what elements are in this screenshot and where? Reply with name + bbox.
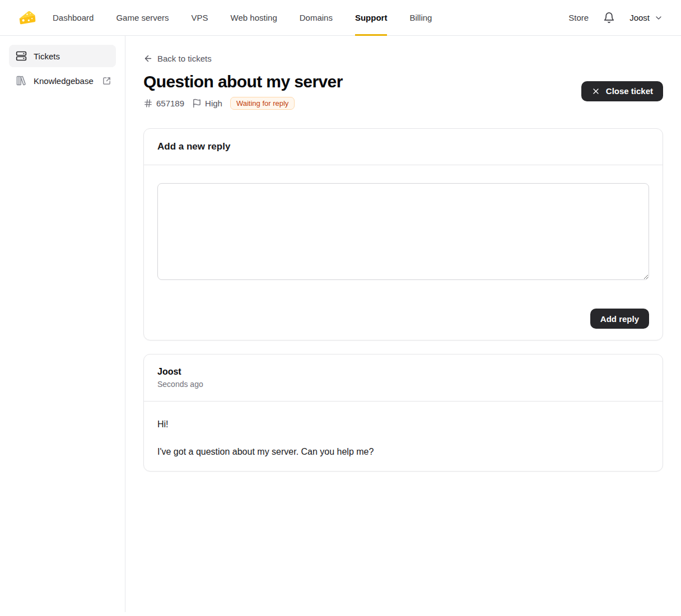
message-timestamp: Seconds ago xyxy=(157,380,649,389)
main-nav: Dashboard Game servers VPS Web hosting D… xyxy=(53,0,432,35)
status-badge: Waiting for reply xyxy=(230,97,295,110)
nav-item-game-servers[interactable]: Game servers xyxy=(116,0,169,35)
message-body: Hi! I've got a question about my server.… xyxy=(144,402,663,471)
external-link-icon xyxy=(102,77,111,85)
close-ticket-button[interactable]: Close ticket xyxy=(581,81,663,101)
message-header: Joost Seconds ago xyxy=(144,354,663,402)
add-reply-card: Add a new reply Add reply xyxy=(143,128,663,340)
nav-item-dashboard[interactable]: Dashboard xyxy=(53,0,94,35)
reply-card-body xyxy=(144,165,663,282)
back-link-label: Back to tickets xyxy=(157,54,212,63)
back-to-tickets-link[interactable]: Back to tickets xyxy=(143,54,212,63)
notifications-button[interactable] xyxy=(603,12,615,24)
brand-logo[interactable] xyxy=(18,0,36,35)
reply-card-title: Add a new reply xyxy=(157,141,230,152)
library-icon xyxy=(16,75,27,86)
message-paragraph: Hi! xyxy=(157,417,649,431)
chevron-down-icon xyxy=(654,13,663,22)
top-navbar: Dashboard Game servers VPS Web hosting D… xyxy=(0,0,681,36)
nav-item-domains[interactable]: Domains xyxy=(300,0,333,35)
ticket-header: Question about my server 657189 xyxy=(143,72,663,110)
bell-icon xyxy=(603,12,615,24)
sidebar-item-label: Knowledgebase xyxy=(34,76,94,86)
main-content: Back to tickets Question about my server… xyxy=(125,36,681,612)
ticket-priority: High xyxy=(192,99,222,108)
ticket-priority-value: High xyxy=(205,99,222,108)
reply-textarea[interactable] xyxy=(157,183,649,280)
nav-item-web-hosting[interactable]: Web hosting xyxy=(231,0,277,35)
reply-card-header: Add a new reply xyxy=(144,129,663,165)
cheese-logo-icon xyxy=(18,8,36,27)
navbar-right: Store Joost xyxy=(568,0,663,35)
add-reply-button[interactable]: Add reply xyxy=(590,309,649,329)
hash-icon xyxy=(143,99,153,108)
tickets-stack-icon xyxy=(16,50,27,62)
store-link[interactable]: Store xyxy=(568,13,589,22)
sidebar-item-tickets[interactable]: Tickets xyxy=(9,45,116,67)
close-ticket-label: Close ticket xyxy=(606,86,653,96)
ticket-id-value: 657189 xyxy=(156,99,184,108)
close-icon xyxy=(591,87,600,96)
sidebar-item-label: Tickets xyxy=(34,52,60,61)
arrow-left-icon xyxy=(143,54,153,63)
ticket-message-card: Joost Seconds ago Hi! I've got a questio… xyxy=(143,354,663,472)
ticket-id: 657189 xyxy=(143,99,184,108)
reply-card-footer: Add reply xyxy=(144,282,663,340)
user-name: Joost xyxy=(629,13,650,22)
page-title: Question about my server xyxy=(143,72,343,91)
nav-item-billing[interactable]: Billing xyxy=(409,0,432,35)
message-author: Joost xyxy=(157,367,649,377)
sidebar-item-knowledgebase[interactable]: Knowledgebase xyxy=(9,69,116,92)
nav-item-vps[interactable]: VPS xyxy=(192,0,208,35)
ticket-meta: 657189 High Waiting for reply xyxy=(143,97,343,110)
sidebar: Tickets Knowledgebase xyxy=(0,36,125,612)
user-menu[interactable]: Joost xyxy=(629,13,663,22)
message-paragraph: I've got a question about my server. Can… xyxy=(157,445,649,459)
flag-icon xyxy=(192,99,202,108)
nav-item-support[interactable]: Support xyxy=(355,0,388,35)
